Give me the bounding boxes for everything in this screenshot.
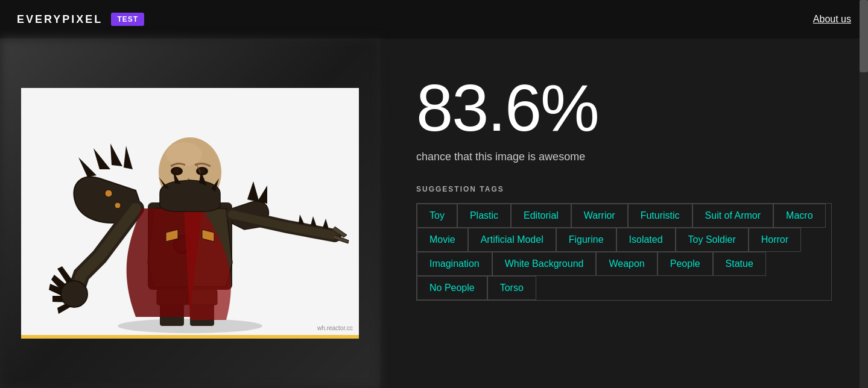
tag-movie[interactable]: Movie <box>417 228 468 252</box>
svg-point-11 <box>115 202 121 208</box>
tag-torso[interactable]: Torso <box>487 276 536 300</box>
tag-statue[interactable]: Statue <box>713 252 766 276</box>
tag-artificial-model[interactable]: Artificial Model <box>468 228 556 252</box>
scrollbar-thumb[interactable] <box>860 0 868 72</box>
tag-warrior[interactable]: Warrior <box>571 204 628 228</box>
main-content: wh.reactor.cc 83.6% chance that this ima… <box>0 39 868 388</box>
tag-toy-soldier[interactable]: Toy Soldier <box>676 228 749 252</box>
scrollbar[interactable] <box>860 0 868 388</box>
tag-editorial[interactable]: Editorial <box>511 204 571 228</box>
test-badge: TEST <box>111 13 144 26</box>
svg-point-12 <box>61 281 87 307</box>
results-section: 83.6% chance that this image is awesome … <box>380 39 868 388</box>
tag-horror[interactable]: Horror <box>749 228 801 252</box>
svg-point-15 <box>166 142 202 166</box>
tag-no-people[interactable]: No People <box>417 276 487 300</box>
svg-point-10 <box>105 190 112 197</box>
score-display: 83.6% <box>416 75 832 141</box>
image-section: wh.reactor.cc <box>0 39 380 388</box>
about-us-link[interactable]: About us <box>813 14 851 25</box>
image-bottom-bar <box>21 335 359 339</box>
warrior-image <box>21 88 359 335</box>
image-container: wh.reactor.cc <box>21 88 359 335</box>
tag-toy[interactable]: Toy <box>417 204 457 228</box>
logo: EVERYPIXEL <box>17 13 103 26</box>
suggestion-tags-header: SUGGESTION TAGS <box>416 185 832 193</box>
tag-imagination[interactable]: Imagination <box>417 252 492 276</box>
tag-macro[interactable]: Macro <box>773 204 825 228</box>
tag-suit-of-armor[interactable]: Suit of Armor <box>692 204 773 228</box>
tags-grid: ToyPlasticEditorialWarriorFuturisticSuit… <box>416 203 832 301</box>
tag-white-background[interactable]: White Background <box>492 252 597 276</box>
tag-people[interactable]: People <box>657 252 713 276</box>
tag-isolated[interactable]: Isolated <box>616 228 676 252</box>
score-label: chance that this image is awesome <box>416 151 832 163</box>
header: EVERYPIXEL TEST About us <box>0 0 868 39</box>
tag-plastic[interactable]: Plastic <box>457 204 511 228</box>
image-watermark: wh.reactor.cc <box>317 325 353 331</box>
tag-futuristic[interactable]: Futuristic <box>628 204 692 228</box>
tag-figurine[interactable]: Figurine <box>556 228 616 252</box>
tag-weapon[interactable]: Weapon <box>596 252 657 276</box>
header-left: EVERYPIXEL TEST <box>17 13 144 26</box>
